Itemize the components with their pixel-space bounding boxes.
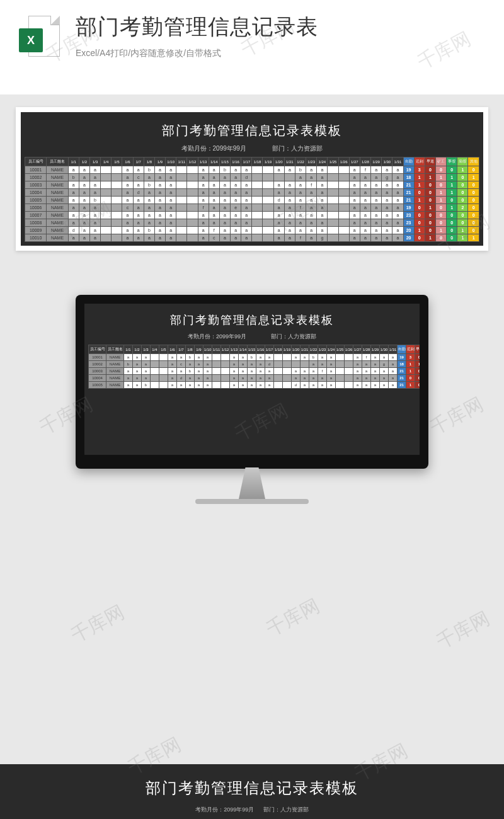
cell-day: a [382,166,392,174]
col-day: 1/2 [133,345,142,354]
cell-sum: 0 [425,227,435,234]
cell-day: a [89,189,100,197]
cell-day [338,181,349,189]
cell-day: a [209,197,219,204]
cell-sum: 1 [414,197,425,204]
cell-day: a [349,181,360,189]
cell-day: a [168,382,177,389]
cell-empid: 10006 [25,204,47,212]
cell-day: a [154,204,165,212]
cell-day [176,181,187,189]
cell-sum: 0 [447,197,457,204]
cell-day: a [380,382,389,389]
cell-day: e [231,204,241,212]
cell-day: b [124,361,133,368]
cell-day: a [389,361,398,368]
cell-day: a [371,227,382,234]
cell-day: b [144,227,154,234]
cell-empname: NAME [47,197,68,204]
cell-day [187,212,198,219]
cell-sum: 1 [414,181,425,189]
cell-day: a [177,368,186,375]
cell-day: a [284,204,295,212]
cell-day: a [198,227,209,234]
cell-day: a [295,174,306,181]
cell-day: a [231,234,241,242]
col-day: 1/1 [68,158,79,166]
cell-sum: 1 [406,368,415,375]
cell-day: a [306,174,317,181]
cell-day [176,212,187,219]
cell-sum: 1 [406,361,415,368]
cell-day [345,361,353,368]
cell-day: a [349,197,360,204]
cell-day: a [371,375,380,382]
cell-sum: 0 [468,189,479,197]
cell-day: a [284,181,295,189]
cell-day: a [203,354,212,361]
cell-day [328,227,338,234]
monitor-stand [230,467,274,499]
cell-day: a [371,197,382,204]
col-sum: 其他 [468,158,479,166]
cell-day: a [392,181,403,189]
cell-day: a [309,375,318,382]
cell-day [212,375,221,382]
cell-sum: 0 [457,181,468,189]
col-day: 1/5 [159,345,168,354]
cell-day: a [306,219,317,227]
cell-day: a [79,219,89,227]
cell-day [101,212,112,219]
col-day: 1/10 [203,345,212,354]
cell-day: a [124,354,133,361]
cell-day: a [122,181,133,189]
cell-day: a [360,227,370,234]
col-day: 1/12 [221,345,230,354]
cell-day: a [154,234,165,242]
cell-day: a [79,234,89,242]
col-day: 1/20 [273,158,284,166]
cell-day: d [241,174,252,181]
cell-day: a [168,375,177,382]
cell-day [187,166,198,174]
cell-day: a [144,212,154,219]
cell-day [151,375,159,382]
col-sum: 出勤 [398,345,406,354]
cell-day [159,368,168,375]
cell-day [101,174,112,181]
cell-day: a [168,361,177,368]
cell-day [159,354,168,361]
excel-file-icon: X [19,13,63,63]
cell-day: a [124,368,133,375]
cell-sum: 20 [403,227,414,234]
cell-day: a [256,382,265,389]
cell-day: a [292,375,301,382]
col-sum: 早退 [415,345,420,354]
cell-sum: 0 [468,197,479,204]
cell-day: a [79,166,89,174]
cell-day: a [309,368,318,375]
cell-day: a [142,375,151,382]
cell-sum: 0 [415,354,420,361]
cell-day: a [248,382,256,389]
col-day: 1/11 [212,345,221,354]
col-day: 1/26 [345,345,353,354]
cell-day: f [209,227,219,234]
cell-day [338,166,349,174]
bottom-sub: 考勤月份：2099年99月 部门：人力资源部 [0,806,504,814]
cell-sum: 19 [403,204,414,212]
cell-day [112,166,122,174]
col-sum: 事假 [447,158,457,166]
cell-day: d [265,361,274,368]
cell-day: a [195,361,203,368]
cell-day: a [273,227,284,234]
col-day: 1/4 [101,158,112,166]
col-day: 1/14 [239,345,248,354]
cell-day: g [317,234,328,242]
cell-day: a [273,204,284,212]
cell-day: a [231,227,241,234]
cell-sum: 0 [468,166,479,174]
cell-day: b [68,174,79,181]
cell-sum: 21 [403,189,414,197]
cell-day: a [353,361,362,368]
